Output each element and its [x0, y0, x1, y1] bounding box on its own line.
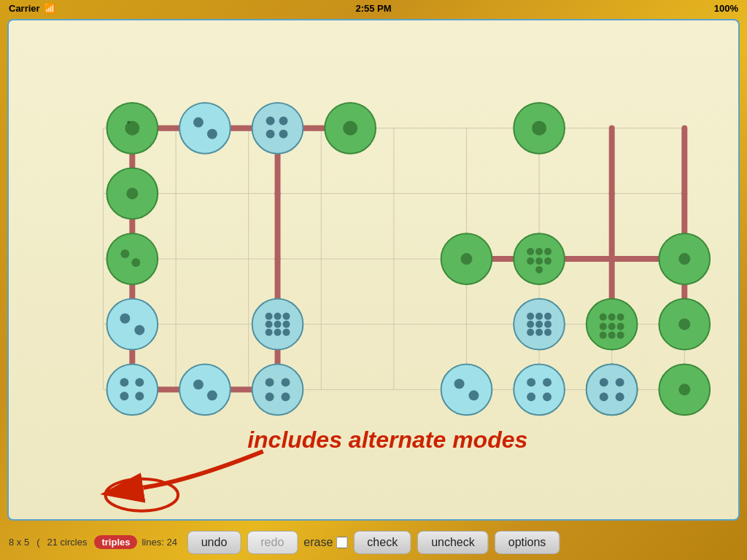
svg-point-113: [193, 379, 204, 389]
svg-point-119: [282, 392, 290, 401]
svg-point-116: [266, 378, 274, 386]
svg-point-63: [617, 314, 624, 321]
game-container: includes alternate modes: [7, 19, 740, 521]
svg-point-89: [274, 313, 282, 320]
svg-point-45: [107, 233, 158, 284]
svg-point-99: [535, 313, 543, 320]
svg-point-92: [274, 321, 282, 328]
status-time: 2:55 PM: [355, 3, 391, 14]
svg-point-78: [207, 129, 217, 139]
svg-point-120: [441, 364, 492, 415]
svg-point-128: [587, 364, 638, 415]
svg-point-131: [600, 392, 608, 401]
erase-label: erase: [303, 536, 333, 549]
svg-point-90: [282, 313, 290, 320]
battery-indicator: 100%: [714, 3, 738, 14]
svg-point-85: [120, 314, 130, 324]
svg-point-81: [279, 117, 288, 125]
svg-point-111: [135, 392, 144, 400]
svg-point-122: [468, 390, 479, 400]
svg-point-114: [207, 390, 217, 400]
svg-point-66: [617, 323, 624, 330]
svg-point-62: [608, 314, 616, 321]
svg-point-40: [343, 121, 357, 136]
uncheck-button[interactable]: uncheck: [417, 531, 489, 554]
svg-point-61: [600, 314, 607, 321]
svg-point-109: [135, 378, 144, 386]
svg-point-110: [120, 392, 128, 400]
svg-point-68: [600, 332, 607, 339]
svg-point-82: [266, 130, 275, 139]
svg-point-64: [600, 323, 607, 330]
svg-point-52: [535, 248, 543, 255]
annotation-text: includes alternate modes: [247, 427, 527, 454]
svg-point-100: [544, 313, 551, 320]
svg-point-69: [617, 332, 624, 339]
svg-point-79: [252, 103, 303, 154]
redo-button[interactable]: redo: [247, 531, 298, 554]
svg-point-126: [527, 392, 535, 401]
svg-point-67: [608, 332, 616, 339]
svg-point-121: [454, 378, 465, 389]
svg-point-108: [120, 378, 128, 386]
svg-point-124: [527, 378, 535, 386]
svg-point-80: [266, 117, 275, 125]
circles-label: (: [36, 537, 39, 548]
erase-checkbox[interactable]: [336, 537, 347, 548]
svg-point-127: [543, 392, 551, 401]
svg-point-123: [514, 364, 565, 415]
svg-point-103: [544, 321, 551, 328]
svg-point-47: [131, 258, 140, 267]
wifi-icon: 📶: [44, 3, 55, 14]
svg-point-76: [179, 103, 231, 154]
svg-point-134: [105, 479, 178, 511]
svg-point-105: [535, 329, 543, 336]
svg-point-55: [535, 257, 543, 265]
svg-point-84: [107, 299, 158, 350]
svg-point-94: [266, 329, 273, 336]
svg-point-51: [527, 248, 534, 255]
svg-point-77: [193, 117, 204, 128]
svg-point-59: [678, 253, 690, 265]
options-button[interactable]: options: [495, 531, 560, 554]
svg-point-53: [544, 248, 551, 255]
svg-point-104: [527, 329, 534, 336]
svg-point-44: [126, 187, 138, 199]
status-left: Carrier 📶: [9, 3, 55, 14]
svg-point-112: [179, 364, 231, 415]
svg-point-129: [600, 378, 608, 386]
carrier-label: Carrier: [9, 3, 40, 14]
svg-point-125: [543, 378, 551, 386]
svg-point-96: [282, 329, 290, 336]
status-bar: Carrier 📶 2:55 PM 100%: [0, 0, 747, 16]
svg-point-38: [125, 121, 139, 136]
svg-point-83: [279, 130, 288, 139]
check-button[interactable]: check: [353, 531, 411, 554]
svg-point-95: [274, 329, 282, 336]
svg-point-107: [107, 364, 158, 415]
svg-point-118: [266, 392, 274, 401]
svg-point-57: [535, 266, 543, 273]
svg-point-132: [616, 392, 624, 401]
svg-point-91: [266, 321, 273, 328]
svg-point-88: [266, 313, 273, 320]
erase-container: erase: [303, 536, 347, 549]
svg-point-65: [608, 323, 616, 330]
svg-point-98: [527, 313, 534, 320]
grid-size-label: 8 x 5: [9, 537, 29, 548]
svg-point-56: [544, 257, 551, 265]
svg-point-42: [532, 121, 546, 136]
svg-point-93: [282, 321, 290, 328]
svg-point-71: [678, 319, 690, 330]
svg-point-115: [252, 364, 303, 415]
svg-point-49: [461, 253, 473, 265]
bottom-bar: 8 x 5 ( 21 circles triples lines: 24 und…: [0, 524, 747, 560]
svg-point-101: [527, 321, 534, 328]
svg-point-54: [527, 257, 534, 265]
undo-button[interactable]: undo: [187, 531, 241, 554]
lines-label: lines: 24: [142, 537, 177, 548]
svg-point-117: [282, 378, 290, 386]
svg-point-46: [120, 249, 129, 258]
svg-point-75: [678, 384, 690, 395]
triples-badge[interactable]: triples: [94, 535, 137, 549]
